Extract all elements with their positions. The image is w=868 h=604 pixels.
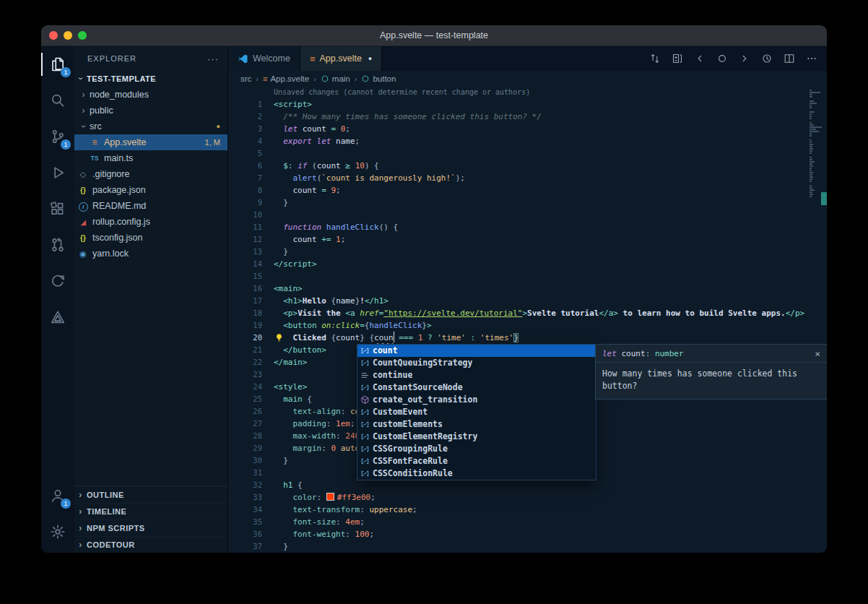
suggestion-item-cssfontfacerule[interactable]: CSSFontFaceRule	[357, 455, 596, 467]
breadcrumb-item-main[interactable]: main	[321, 74, 350, 83]
code-line[interactable]: 2 /** How many times has someone clicked…	[228, 111, 827, 123]
suggestion-label: ConstantSourceNode	[373, 381, 463, 394]
suggestion-item-customelementregistry[interactable]: CustomElementRegistry	[357, 431, 596, 443]
line-content: export let name;	[274, 135, 827, 147]
code-line[interactable]: 35 font-size: 4em;	[228, 516, 827, 528]
line-number: 6	[228, 160, 274, 172]
extensions-activity-button[interactable]	[41, 191, 74, 227]
run-circle-icon[interactable]	[716, 53, 728, 64]
suggestion-item-countqueuingstrategy[interactable]: CountQueuingStrategy	[357, 357, 596, 369]
search-activity-button[interactable]	[41, 82, 74, 118]
svelte-icon: ≡	[263, 74, 267, 83]
minimize-button[interactable]	[64, 31, 72, 40]
code-line[interactable]: 37 }	[228, 540, 827, 553]
code-line[interactable]: 7 alert(`count is dangerously high!`);	[228, 172, 827, 184]
explorer-activity-button[interactable]: 1	[41, 46, 74, 82]
navigate-back-icon[interactable]	[694, 53, 706, 64]
accounts-activity-button[interactable]: 1	[41, 478, 74, 514]
live-share-activity-button[interactable]	[41, 263, 74, 299]
code-line[interactable]: 14</script>	[228, 258, 827, 270]
suggestion-item-constantsourcenode[interactable]: ConstantSourceNode	[357, 381, 596, 394]
tree-item--gitignore[interactable]: ◇.gitignore	[74, 166, 227, 182]
suggestion-item-count[interactable]: count	[357, 345, 596, 357]
suggestion-item-customevent[interactable]: CustomEvent	[357, 406, 596, 418]
code-line[interactable]: 9 }	[228, 197, 827, 209]
code-line[interactable]: 6 $: if (count ≥ 10) {	[228, 160, 827, 172]
source-control-activity-button[interactable]: 1	[41, 118, 74, 155]
code-line[interactable]: 5	[228, 147, 827, 160]
code-line[interactable]: 16<main>	[228, 282, 827, 295]
tree-item-node-modules[interactable]: ›node_modules	[74, 87, 227, 103]
suggestion-item-cssgroupingrule[interactable]: CSSGroupingRule	[357, 443, 596, 455]
code-line[interactable]: 36 font-weight: 100;	[228, 528, 827, 540]
code-line[interactable]: 32 h1 {	[228, 479, 827, 491]
code-line[interactable]: 15	[228, 270, 827, 282]
code-line[interactable]: 18 <p>Visit the <a href="https://svelte.…	[228, 307, 827, 319]
code-line[interactable]: 10	[228, 209, 827, 221]
lightbulb-icon[interactable]	[274, 333, 284, 342]
zoom-button[interactable]	[78, 31, 87, 40]
code-line[interactable]: 3 let count = 0;	[228, 123, 827, 135]
compare-changes-icon[interactable]	[649, 53, 661, 64]
code-line[interactable]: 13 }	[228, 246, 827, 258]
tab-app-svelte[interactable]: ≡App.svelte●	[300, 46, 382, 71]
close-button[interactable]	[49, 31, 58, 40]
code-line[interactable]: 1<script>	[228, 98, 827, 111]
split-editor-icon[interactable]	[784, 53, 795, 64]
chevron-right-icon: ›	[74, 490, 87, 500]
sidebar-section-outline[interactable]: ›OUTLINE	[74, 486, 227, 503]
sidebar-section-codetour[interactable]: ›CODETOUR	[74, 536, 227, 553]
code-line[interactable]: 11 function handleClick() {	[228, 221, 827, 233]
settings-activity-button[interactable]	[41, 514, 74, 550]
module-symbol-icon	[357, 395, 373, 405]
run-debug-activity-button[interactable]	[41, 155, 74, 191]
file-tree: ›node_modules›public›src●≡App.svelte1, M…	[74, 87, 227, 486]
tree-item-package-json[interactable]: {}package.json	[74, 182, 227, 198]
code-line[interactable]: 12 count += 1;	[228, 233, 827, 246]
tab-welcome[interactable]: Welcome	[228, 46, 300, 71]
code-line[interactable]: 34 text-transform: uppercase;	[228, 504, 827, 516]
code-editor[interactable]: Unsaved changes (cannot determine recent…	[228, 87, 827, 553]
tree-item-readme-md[interactable]: iREADME.md	[74, 198, 227, 214]
open-changes-icon[interactable]	[672, 53, 683, 64]
tree-item-public[interactable]: ›public	[74, 103, 227, 118]
code-line[interactable]: 17 <h1>Hello {name}!</h1>	[228, 295, 827, 307]
tree-item-main-ts[interactable]: TSmain.ts	[74, 150, 227, 166]
breadcrumb-item-button[interactable]: button	[361, 74, 396, 83]
line-content	[274, 147, 827, 160]
tree-item-rollup-config-js[interactable]: ◢rollup.config.js	[74, 214, 227, 230]
tree-item-tsconfig-json[interactable]: {}tsconfig.json	[74, 230, 227, 246]
more-actions-icon[interactable]	[806, 53, 817, 64]
github-pull-requests-activity-button[interactable]	[41, 227, 74, 263]
sidebar-header: EXPLORER ···	[74, 46, 227, 71]
line-number: 12	[228, 233, 274, 246]
code-line[interactable]: 19 <button on:click={handleClick}>	[228, 319, 827, 332]
breadcrumb-item-src[interactable]: src	[240, 74, 251, 83]
code-line[interactable]: 8 count = 9;	[228, 184, 827, 197]
history-icon[interactable]	[761, 53, 773, 64]
codetour-activity-button[interactable]	[41, 299, 74, 335]
code-line[interactable]: 33 color: #ff3e00;	[228, 491, 827, 504]
suggestion-item-continue[interactable]: continue	[357, 369, 596, 381]
tree-item-src[interactable]: ›src●	[74, 118, 227, 134]
close-icon[interactable]: ×	[815, 349, 820, 358]
line-number: 3	[228, 123, 274, 135]
tree-item-app-svelte[interactable]: ≡App.svelte1, M	[74, 134, 227, 150]
sidebar-section-npm-scripts[interactable]: ›NPM SCRIPTS	[74, 519, 227, 536]
suggestion-item-customelements[interactable]: customElements	[357, 418, 596, 431]
titlebar: App.svelte — test-template	[41, 25, 827, 46]
suggestion-item-cssconditionrule[interactable]: CSSConditionRule	[357, 467, 596, 480]
chevron-down-icon: ›	[76, 73, 86, 85]
suggestion-item-create-out-transition[interactable]: create_out_transition	[357, 394, 596, 406]
line-content: <h1>Hello {name}!</h1>	[274, 295, 827, 307]
minimap[interactable]	[807, 87, 827, 553]
more-actions-icon[interactable]: ···	[207, 53, 219, 64]
sidebar-section-timeline[interactable]: ›TIMELINE	[74, 503, 227, 519]
search-icon	[50, 92, 66, 108]
breadcrumb-item-app-svelte[interactable]: ≡App.svelte	[263, 74, 309, 83]
code-line[interactable]: 4 export let name;	[228, 135, 827, 147]
code-line[interactable]: 20 Clicked {count} {coun === 1 ? 'time' …	[228, 332, 827, 344]
navigate-forward-icon[interactable]	[739, 53, 750, 64]
workspace-header[interactable]: › TEST-TEMPLATE	[74, 71, 227, 87]
tree-item-yarn-lock[interactable]: ◉yarn.lock	[74, 246, 227, 262]
